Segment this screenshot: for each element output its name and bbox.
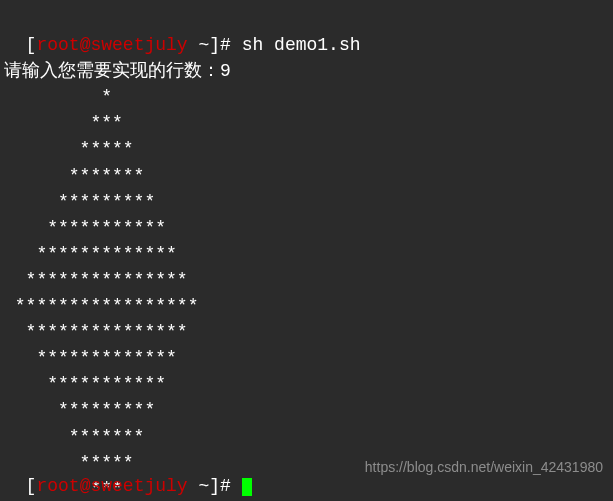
pattern-line: ***************** [4,293,609,319]
prompt-host: sweetjuly [90,476,187,496]
pattern-line: ******* [4,424,609,450]
pattern-line: *********** [4,371,609,397]
pattern-line: * [4,84,609,110]
prompt-host: sweetjuly [90,35,187,55]
pattern-line: *** [4,110,609,136]
prompt-hash: # [220,476,242,496]
pattern-line: *********** [4,215,609,241]
command-text: sh demo1.sh [242,35,361,55]
prompt-at: @ [80,35,91,55]
pattern-line: ******* [4,163,609,189]
prompt-path: ~ [188,35,210,55]
prompt-open-bracket: [ [26,476,37,496]
prompt-at: @ [80,476,91,496]
pattern-line: *************** [4,319,609,345]
pattern-line: ************* [4,241,609,267]
prompt-path: ~ [188,476,210,496]
next-prompt-line[interactable]: [root@sweetjuly ~]# [4,447,252,499]
input-prompt-line: 请输入您需要实现的行数：9 [4,58,609,84]
pattern-line: ********* [4,397,609,423]
prompt-hash: # [220,35,242,55]
watermark-text: https://blog.csdn.net/weixin_42431980 [365,457,603,477]
pattern-line: *************** [4,267,609,293]
pattern-line: ********* [4,189,609,215]
pattern-line: ***** [4,136,609,162]
prompt-close-bracket: ] [209,35,220,55]
command-line: [root@sweetjuly ~]# sh demo1.sh [4,6,609,58]
prompt-user: root [36,476,79,496]
prompt-user: root [36,35,79,55]
prompt-close-bracket: ] [209,476,220,496]
pattern-line: ************* [4,345,609,371]
cursor-icon [242,478,252,496]
prompt-open-bracket: [ [26,35,37,55]
